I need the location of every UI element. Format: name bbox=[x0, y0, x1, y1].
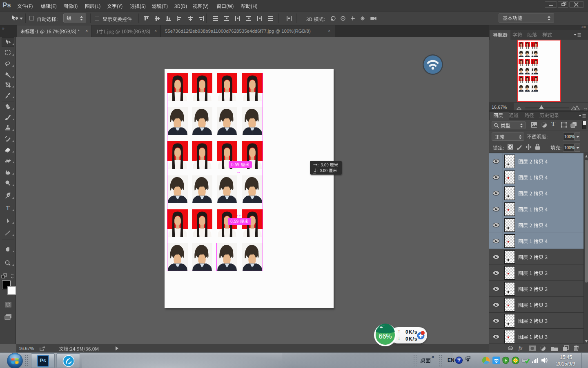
svg-text:T: T bbox=[6, 205, 9, 211]
svg-text:66%: 66% bbox=[379, 333, 392, 340]
svg-text:?: ? bbox=[458, 358, 461, 363]
